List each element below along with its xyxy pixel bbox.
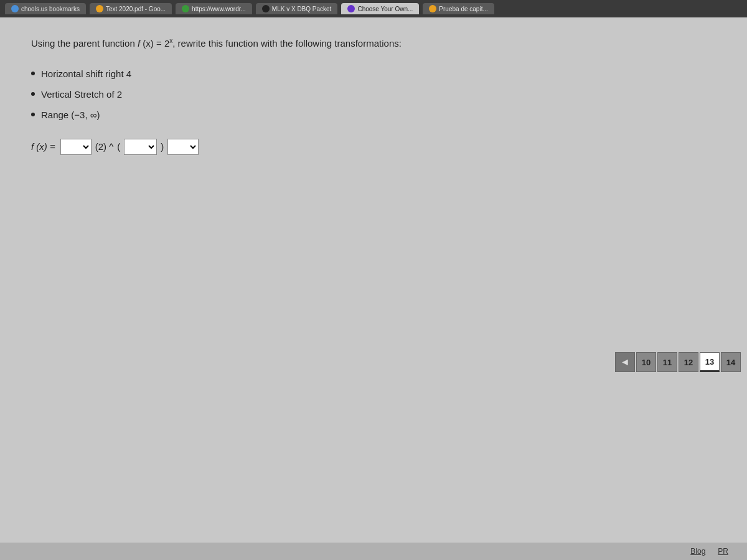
tab-icon-pdf (96, 5, 103, 12)
tab-icon-mlk (262, 5, 270, 12)
shift-select[interactable]: −3 +3 −4 +4 (167, 139, 199, 155)
base-text: (2) ^ (95, 141, 114, 152)
exponent-select[interactable]: x x−4 x+4 x−3 (124, 139, 157, 155)
tab-icon-wordr (182, 5, 189, 12)
tab-icon-prueba (429, 5, 436, 12)
tab-text-pdf[interactable]: Text 2020.pdf - Goo... (90, 3, 172, 14)
tab-icon-choose (347, 5, 355, 12)
tab-choose[interactable]: Choose Your Own... (341, 3, 419, 14)
bullet-dot-3 (31, 113, 35, 116)
page-12-button[interactable]: 12 (679, 352, 698, 372)
tab-wordr[interactable]: https://www.wordr... (176, 3, 252, 14)
page-10-button[interactable]: 10 (636, 352, 656, 372)
bullet-item-3: Range (−3, ∞) (31, 110, 716, 120)
main-content: Using the parent function f (x) = 2x, re… (0, 17, 747, 546)
bullet-dot-2 (31, 92, 35, 96)
page-13-button[interactable]: 13 (700, 352, 720, 372)
bullet-item-2: Vertical Stretch of 2 (31, 89, 716, 100)
bullet-dot-1 (31, 72, 35, 75)
tab-prueba[interactable]: Prueba de capit... (423, 3, 494, 14)
problem-instruction: Using the parent function f (x) = 2x, re… (31, 36, 716, 51)
pagination: ◄ 10 11 12 13 14 (615, 352, 741, 372)
function-label: f (x) = (31, 141, 55, 152)
paren-close: ) (161, 141, 164, 152)
function-input-row: f (x) = 2 −3 + (2) ^ ( x x−4 x+4 x−3 ) −… (31, 139, 716, 155)
bullet-item-1: Horizontal shift right 4 (31, 68, 716, 79)
tab-bookmarks[interactable]: chools.us bookmarks (5, 3, 86, 14)
bullet-list: Horizontal shift right 4 Vertical Stretc… (31, 68, 716, 120)
page-14-button[interactable]: 14 (721, 352, 741, 372)
tab-icon-bookmarks (11, 5, 19, 12)
tab-mlk[interactable]: MLK v X DBQ Packet (256, 3, 338, 14)
browser-tab-bar: chools.us bookmarks Text 2020.pdf - Goo.… (0, 0, 747, 17)
page-11-button[interactable]: 11 (657, 352, 677, 372)
paren-open: ( (117, 141, 120, 152)
bottom-bar: Blog PR (0, 543, 747, 560)
prev-page-button[interactable]: ◄ (615, 352, 635, 372)
coefficient-select[interactable]: 2 −3 + (60, 139, 92, 155)
